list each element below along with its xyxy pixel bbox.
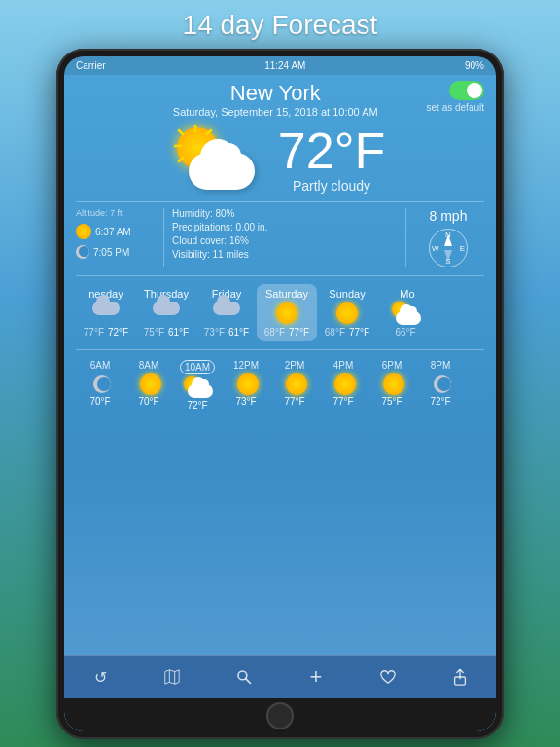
page-title: 14 day Forecast — [0, 0, 560, 49]
nav-refresh[interactable]: ↺ — [85, 663, 116, 691]
compass-arrow — [447, 234, 449, 262]
temp-area: 72°F Partly cloudy — [278, 125, 385, 194]
tablet-screen: Carrier 11:24 AM 90% New York Saturday, … — [64, 56, 496, 731]
altitude-label: Altitude: 7 ft — [76, 208, 163, 218]
hourly-forecast[interactable]: 6AM70°F8AM70°F10AM72°F12PM73°F2PM77°F4PM… — [76, 354, 484, 416]
svg-line-2 — [207, 130, 211, 134]
weather-description: Partly cloudy — [278, 178, 385, 194]
status-time: 11:24 AM — [264, 60, 305, 71]
city-date: Saturday, September 15, 2018 at 10:00 AM — [124, 106, 427, 118]
compass-e: E — [460, 244, 465, 253]
nav-add[interactable]: + — [300, 663, 332, 691]
daily-forecast[interactable]: nesday| |77°F72°FThursday| |75°F61°FFrid… — [76, 280, 484, 345]
humidity-col: Humidity: 80% Precipitations: 0.00 in. C… — [163, 208, 406, 267]
cloudcover-label: Cloud cover: 16% — [172, 235, 398, 246]
hour-item[interactable]: 8AM70°F — [124, 358, 173, 412]
bottom-nav: ↺ + — [64, 655, 496, 698]
visibility-label: Visibility: 11 miles — [172, 249, 398, 260]
hour-item[interactable]: 12PM73°F — [222, 358, 270, 412]
nav-favorite[interactable] — [372, 663, 403, 691]
humidity-label: Humidity: 80% — [172, 208, 398, 219]
compass-w: W — [432, 244, 439, 253]
wind-speed: 8 mph — [430, 208, 468, 224]
sunset-moon-icon — [76, 245, 89, 259]
day-item[interactable]: Sunday68°F77°F — [317, 284, 377, 341]
location-toggle[interactable] — [449, 81, 484, 100]
day-item[interactable]: nesday| |77°F72°F — [76, 284, 136, 341]
wind-col: 8 mph N S E W — [406, 208, 484, 267]
svg-line-11 — [246, 679, 251, 684]
set-default-label[interactable]: set as default — [427, 102, 484, 113]
carrier-label: Carrier — [76, 60, 106, 71]
city-info: New York Saturday, September 15, 2018 at… — [124, 81, 427, 118]
weather-icon-main — [175, 125, 262, 194]
home-button-area — [64, 698, 496, 731]
sunrise-sun-icon — [76, 224, 91, 239]
hour-item[interactable]: 2PM77°F — [270, 358, 319, 412]
hour-item[interactable]: 8PM72°F — [416, 358, 465, 412]
precipitation-label: Precipitations: 0.00 in. — [172, 222, 398, 232]
hour-item[interactable]: 6AM70°F — [76, 358, 124, 412]
temperature-value: 72°F — [278, 125, 385, 176]
day-item[interactable]: Thursday| |75°F61°F — [136, 284, 196, 341]
divider2 — [76, 349, 484, 350]
nav-search[interactable] — [228, 663, 260, 691]
svg-line-5 — [179, 130, 183, 134]
hour-item[interactable]: 10AM72°F — [173, 358, 222, 412]
compass: N S E W — [429, 229, 468, 267]
battery-label: 90% — [465, 60, 484, 71]
sunrise-sunset-col: Altitude: 7 ft 6:37 AM 7:05 PM — [76, 208, 163, 267]
current-weather: 72°F Partly cloudy — [76, 118, 484, 197]
home-button[interactable] — [266, 702, 294, 729]
day-item[interactable]: Saturday68°F77°F — [257, 284, 317, 341]
tablet-frame: Carrier 11:24 AM 90% New York Saturday, … — [56, 49, 504, 739]
hour-item[interactable]: 6PM75°F — [368, 358, 416, 412]
sunset-time: 7:05 PM — [93, 247, 129, 258]
details-row: Altitude: 7 ft 6:37 AM 7:05 PM Humidity:… — [76, 201, 484, 267]
status-bar: Carrier 11:24 AM 90% — [64, 56, 496, 75]
city-name: New York — [124, 81, 427, 106]
day-item[interactable]: Friday| |73°F61°F — [196, 284, 257, 341]
day-item[interactable]: Mo66°F — [377, 284, 438, 341]
sunrise-time: 6:37 AM — [95, 227, 131, 237]
nav-share[interactable] — [444, 663, 475, 691]
divider — [76, 275, 484, 276]
nav-map[interactable] — [157, 663, 188, 691]
hour-item[interactable]: 4PM77°F — [319, 358, 368, 412]
svg-line-7 — [179, 158, 183, 161]
